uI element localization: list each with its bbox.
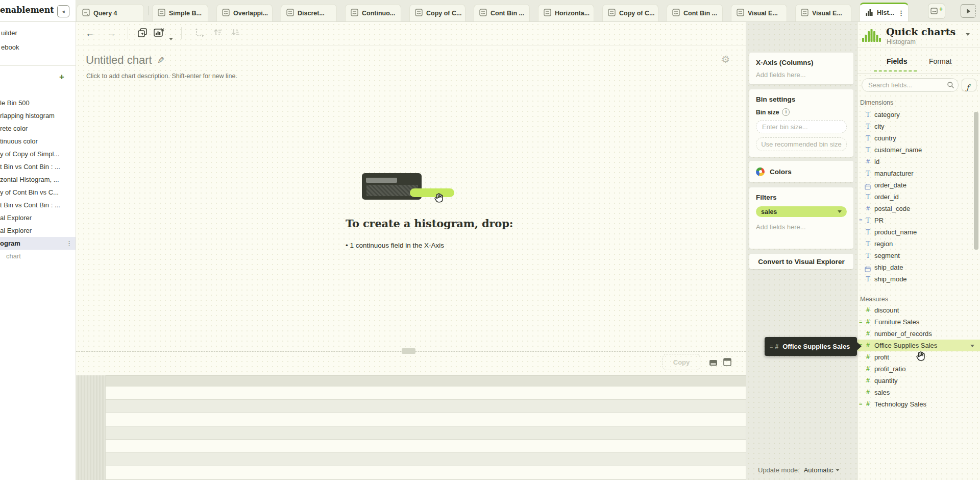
page-list-item[interactable]: le Bin 500 [0, 97, 76, 109]
sidebar-item-builder[interactable]: uilder [1, 29, 17, 37]
sort-ascending-button[interactable] [213, 28, 223, 39]
chevron-down-icon[interactable] [169, 32, 173, 43]
page-list-item-selected[interactable]: ogram⋮ [0, 237, 76, 250]
dimension-row-customer-name[interactable]: Tcustomer_name [857, 144, 980, 156]
workbook-tab-horizonta-[interactable]: Horizonta... [538, 4, 594, 21]
duplicate-element-button[interactable] [137, 28, 148, 40]
swap-axis-button[interactable] [194, 28, 205, 40]
minimize-icon[interactable] [709, 359, 718, 366]
workbook-tab-simple-b-[interactable]: Simple B... [152, 4, 208, 21]
page-list-item[interactable]: al Explorer [0, 224, 76, 237]
field-name: manufacturer [874, 167, 914, 179]
dimension-row-segment[interactable]: Tsegment [857, 250, 980, 261]
chart-tab-icon [351, 9, 358, 18]
dimension-row-ship-mode[interactable]: Tship_mode [857, 273, 980, 285]
scrollbar-thumb[interactable] [974, 112, 978, 250]
dimension-row-pr[interactable]: =TPR [857, 214, 980, 226]
kebab-menu-icon[interactable]: ⋮ [66, 237, 72, 250]
fields-panel: Quick charts Histogram Fields Format ƒ+ … [857, 22, 980, 480]
colors-card[interactable]: Colors [749, 161, 853, 182]
sort-descending-button[interactable] [231, 28, 241, 39]
info-icon[interactable]: i [782, 108, 790, 116]
maximize-icon[interactable] [723, 358, 731, 366]
filters-drop-target[interactable]: Add fields here... [756, 223, 847, 231]
expand-panel-button[interactable] [961, 4, 976, 18]
page-list-item[interactable]: rete color [0, 122, 76, 135]
add-page-button[interactable]: + [59, 72, 64, 82]
measure-row-technology-sales[interactable]: =#Technology Sales [857, 398, 980, 410]
bin-settings-title: Bin settings [756, 95, 847, 103]
page-list-item[interactable]: zontal Histogram, ... [0, 173, 76, 186]
dimension-row-postal-code[interactable]: #postal_code [857, 203, 980, 214]
search-fields-input[interactable] [862, 78, 959, 92]
undo-button[interactable]: ← [85, 28, 94, 39]
measure-row-discount[interactable]: #discount [857, 304, 980, 316]
dimension-row-category[interactable]: Tcategory [857, 109, 980, 121]
worksheet-rows [106, 387, 746, 480]
dimension-row-product-name[interactable]: Tproduct_name [857, 226, 980, 238]
tab-label: Visual E... [812, 10, 842, 17]
recommended-bin-size-button[interactable]: Use recommended bin size [756, 137, 847, 151]
dimension-row-ship-date[interactable]: ship_date [857, 261, 980, 273]
chart-description-placeholder[interactable]: Click to add chart description. Shift-en… [86, 73, 237, 80]
page-list-item[interactable]: tinuous color [0, 135, 76, 148]
page-list-item[interactable]: rlapping histogram [0, 109, 76, 122]
measure-row-sales[interactable]: #sales [857, 387, 980, 398]
convert-to-visual-explorer-button[interactable]: Convert to Visual Explorer [749, 254, 853, 269]
dimension-row-city[interactable]: Tcity [857, 121, 980, 132]
filter-pill-sales[interactable]: sales [756, 206, 847, 217]
field-name: ship_date [874, 261, 903, 273]
chart-title[interactable]: Untitled chart ✎ [86, 54, 164, 67]
workbook-tab-discret-[interactable]: Discret... [281, 4, 337, 21]
page-list-item[interactable]: y of Copy of Simpl... [0, 148, 76, 160]
measure-row-number-of-records[interactable]: #number_of_records [857, 328, 980, 340]
page-list-item[interactable]: al Explorer [0, 211, 76, 224]
workbook-tab-continuo-[interactable]: Continuo... [345, 4, 401, 21]
dimension-row-region[interactable]: Tregion [857, 238, 980, 250]
tab-label: Overlappi... [233, 10, 268, 17]
tab-format[interactable]: Format [929, 57, 951, 65]
dimension-row-id[interactable]: #id [857, 156, 980, 167]
workbook-tab-hist-[interactable]: Hist...⋮ [860, 3, 909, 21]
workbook-tab-copy-of-c-[interactable]: Copy of C... [409, 4, 465, 21]
measure-row-furniture-sales[interactable]: =#Furniture Sales [857, 316, 980, 328]
chevron-down-icon[interactable] [970, 345, 974, 347]
page-list-item[interactable]: t Bin vs Cont Bin : ... [0, 160, 76, 173]
collapse-sidebar-button[interactable]: ◂ [57, 5, 69, 17]
workbook-tab-visual-e-[interactable]: Visual E... [795, 4, 851, 21]
chart-tab-icon [479, 9, 487, 18]
text-type-icon: T [864, 144, 872, 156]
dimension-row-order-date[interactable]: order_date [857, 179, 980, 191]
page-list-item-muted[interactable]: chart [0, 250, 76, 262]
kebab-menu-icon[interactable]: ⋮ [898, 9, 904, 17]
tab-fields[interactable]: Fields [887, 57, 907, 65]
page-list-item[interactable]: t Bin vs Cont Bin : ... [0, 199, 76, 211]
copy-button[interactable]: Copy [663, 354, 700, 370]
workbook-tab-visual-e-[interactable]: Visual E... [731, 4, 787, 21]
gear-icon[interactable]: ⚙ [721, 54, 730, 65]
chevron-down-icon [836, 469, 840, 471]
tooltip-arrow [857, 342, 862, 350]
text-type-icon: T [864, 132, 872, 144]
measure-row-profit-ratio[interactable]: #profit_ratio [857, 363, 980, 375]
add-formula-button[interactable]: ƒ+ [962, 79, 976, 91]
bin-size-input[interactable] [756, 120, 847, 133]
page-list-item[interactable]: y of Cont Bin vs C... [0, 186, 76, 199]
edit-pencil-icon[interactable]: ✎ [157, 55, 164, 66]
xaxis-drop-target[interactable]: Add fields here... [756, 71, 847, 79]
workbook-tab-copy-of-c-[interactable]: Copy of C... [602, 4, 658, 21]
workbook-tab-overlappi-[interactable]: Overlappi... [216, 4, 273, 21]
dimension-row-country[interactable]: Tcountry [857, 132, 980, 144]
update-mode-dropdown[interactable]: Automatic [804, 466, 840, 474]
dimension-row-manufacturer[interactable]: Tmanufacturer [857, 167, 980, 179]
new-element-button[interactable]: + [928, 4, 945, 19]
workbook-tab-cont-bin-[interactable]: Cont Bin ... [667, 4, 723, 21]
workbook-tab-query-4[interactable]: Query 4 [77, 4, 144, 21]
chevron-down-icon[interactable] [966, 33, 970, 36]
workbook-tab-cont-bin-[interactable]: Cont Bin ... [474, 4, 530, 21]
sidebar-item-notebook[interactable]: ebook [1, 43, 19, 51]
dimension-row-order-id[interactable]: Torder_id [857, 191, 980, 203]
measure-row-quantity[interactable]: #quantity [857, 375, 980, 387]
redo-button[interactable]: → [107, 28, 116, 39]
delete-element-button[interactable] [154, 28, 165, 40]
